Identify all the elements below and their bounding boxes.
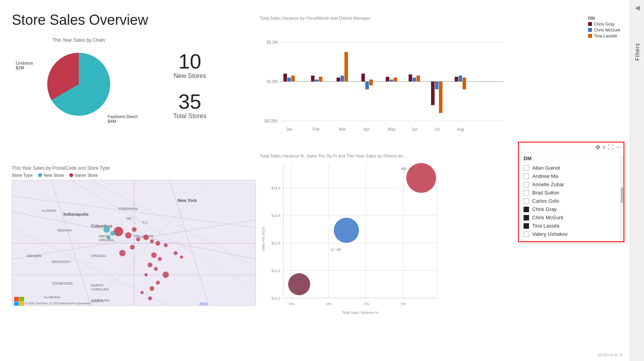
- svg-point-125: [334, 218, 359, 243]
- svg-rect-18: [369, 80, 373, 85]
- panel-dm-label: DM: [524, 156, 619, 161]
- filters-label[interactable]: Filters: [634, 43, 640, 61]
- svg-rect-24: [416, 76, 420, 81]
- svg-text:LI - 03: LI - 03: [331, 248, 341, 252]
- filter-icon[interactable]: ▿: [603, 144, 605, 150]
- map-svg: Indianapolis ILLINOIS INDIANA Columbus P…: [12, 180, 256, 306]
- filter-item-carlos[interactable]: Carlos Grilo: [524, 197, 619, 205]
- svg-text:VIRGINIA: VIRGINIA: [91, 254, 107, 258]
- svg-text:TENNESSEE: TENNESSEE: [52, 281, 73, 285]
- checkbox-andrew[interactable]: [524, 174, 529, 179]
- filters-tab[interactable]: ◀ Filters: [630, 0, 644, 361]
- legend-tina-lassila: Tina Lassila: [588, 33, 620, 38]
- svg-point-88: [148, 296, 152, 300]
- svg-text:Indianapolis: Indianapolis: [63, 212, 89, 217]
- map-title: This Year Sales by PostalCode and Store …: [12, 165, 264, 171]
- svg-point-95: [107, 235, 111, 239]
- checkbox-carlos[interactable]: [524, 198, 529, 204]
- fullscreen-icon[interactable]: ⛶: [608, 144, 613, 150]
- more-options-icon[interactable]: ⋯: [616, 144, 621, 150]
- svg-point-86: [150, 286, 154, 291]
- pie-chart-svg[interactable]: [35, 45, 122, 124]
- svg-point-79: [151, 252, 157, 258]
- map-container[interactable]: Indianapolis ILLINOIS INDIANA Columbus P…: [12, 180, 256, 306]
- svg-point-85: [156, 281, 160, 285]
- svg-point-82: [154, 267, 158, 271]
- checkbox-annelie[interactable]: [524, 182, 529, 187]
- svg-rect-97: [19, 297, 24, 302]
- svg-point-83: [144, 273, 148, 276]
- panel-scrollbar[interactable]: [620, 155, 624, 241]
- svg-text:May: May: [388, 127, 396, 131]
- svg-point-75: [143, 235, 149, 240]
- filter-item-tina[interactable]: Tina Lassila: [524, 222, 619, 230]
- svg-text:$13.4: $13.4: [271, 269, 280, 273]
- scatter-svg[interactable]: $13.2 $13.4 $13.6 $13.8 $14.0 -6% -4% -2…: [260, 160, 445, 318]
- filter-label-chris-gray: Chris Gray: [532, 206, 557, 212]
- dm-filter-panel[interactable]: ✠ ▿ ⛶ ⋯ DM Allan Guinot Andrew Ma Anneli…: [518, 142, 624, 242]
- expand-icon[interactable]: ✠: [596, 144, 600, 150]
- filter-item-andrew[interactable]: Andrew Ma: [524, 172, 619, 180]
- svg-rect-20: [390, 80, 393, 81]
- svg-rect-28: [455, 77, 458, 81]
- pie-label-fashions: Fashions Direct $4M: [108, 114, 138, 124]
- obviEnce-label: obviEnce llc ®: [597, 353, 622, 357]
- filter-item-brad[interactable]: Brad Sutton: [524, 189, 619, 197]
- svg-rect-13: [337, 78, 340, 81]
- svg-text:$14.0: $14.0: [271, 186, 280, 190]
- panel-header: ✠ ▿ ⛶ ⋯: [519, 143, 624, 152]
- filter-item-annelie[interactable]: Annelie Zubar: [524, 180, 619, 189]
- svg-text:MD: MD: [126, 217, 132, 220]
- svg-text:N.J.: N.J.: [142, 220, 148, 224]
- total-stores-label: Total Stores: [173, 113, 206, 120]
- filter-item-allan[interactable]: Allan Guinot: [524, 164, 619, 172]
- svg-point-71: [114, 227, 123, 236]
- svg-text:-2%: -2%: [363, 302, 369, 306]
- scrollbar-thumb[interactable]: [621, 187, 623, 203]
- scatter-title: Total Sales Variance %, Sales Per Sq Ft …: [260, 154, 445, 158]
- bar-chart-dm-label: DM: [588, 16, 620, 20]
- svg-rect-9: [291, 76, 295, 81]
- filter-label-allan: Allan Guinot: [532, 165, 560, 171]
- filter-item-chris-mcgurk[interactable]: Chris McGurk: [524, 213, 619, 222]
- svg-rect-12: [319, 77, 322, 81]
- svg-rect-99: [19, 302, 24, 306]
- collapse-icon[interactable]: ◀: [635, 4, 640, 11]
- scatter-section[interactable]: Total Sales Variance %, Sales Per Sq Ft …: [260, 154, 445, 319]
- svg-text:New York: New York: [178, 198, 197, 203]
- svg-point-90: [130, 245, 135, 250]
- checkbox-chris-gray[interactable]: [524, 207, 529, 212]
- svg-text:$13.6: $13.6: [271, 241, 280, 245]
- svg-text:LI - 02: LI - 02: [291, 277, 302, 281]
- bar-chart-svg[interactable]: $0.2M $0.0M ($0.2M): [260, 30, 512, 148]
- svg-point-78: [164, 243, 168, 247]
- svg-point-84: [163, 272, 169, 278]
- svg-point-92: [180, 255, 183, 259]
- bar-chart-section[interactable]: Total Sales Variance by FiscalMonth and …: [260, 16, 624, 150]
- checkbox-tina[interactable]: [524, 223, 529, 229]
- filter-label-tina: Tina Lassila: [532, 223, 559, 229]
- filter-label-annelie: Annelie Zubar: [532, 181, 564, 187]
- page-title: Store Sales Overview: [12, 12, 148, 28]
- svg-rect-17: [365, 81, 369, 89]
- checkbox-chris-mcgurk[interactable]: [524, 215, 529, 220]
- svg-point-89: [119, 250, 126, 256]
- pie-chart-section: This Year Sales by Chain Lindseys $2M Fa…: [12, 37, 146, 131]
- checkbox-brad[interactable]: [524, 190, 529, 196]
- svg-rect-10: [311, 76, 315, 81]
- stores-section: 10 New Stores 35 Total Stores: [173, 51, 206, 120]
- panel-body: DM Allan Guinot Andrew Ma Annelie Zubar …: [519, 152, 624, 241]
- svg-rect-98: [14, 302, 19, 306]
- svg-rect-96: [14, 297, 19, 302]
- checkbox-valery[interactable]: [524, 231, 529, 237]
- checkbox-allan[interactable]: [524, 165, 529, 171]
- svg-text:Jun: Jun: [411, 127, 418, 131]
- svg-point-93: [104, 226, 110, 233]
- filter-item-chris-gray[interactable]: Chris Gray: [524, 205, 619, 213]
- filter-label-chris-mcgurk: Chris McGurk: [532, 215, 563, 220]
- filter-label-valery: Valery Ushakov: [532, 231, 568, 237]
- filter-item-valery[interactable]: Valery Ushakov: [524, 230, 619, 238]
- filter-label-brad: Brad Sutton: [532, 190, 559, 196]
- svg-text:© 2022 TomTom, © 2023 Microsof: © 2022 TomTom, © 2023 Microsoft Corporat…: [25, 302, 91, 305]
- svg-text:Feb: Feb: [313, 127, 320, 131]
